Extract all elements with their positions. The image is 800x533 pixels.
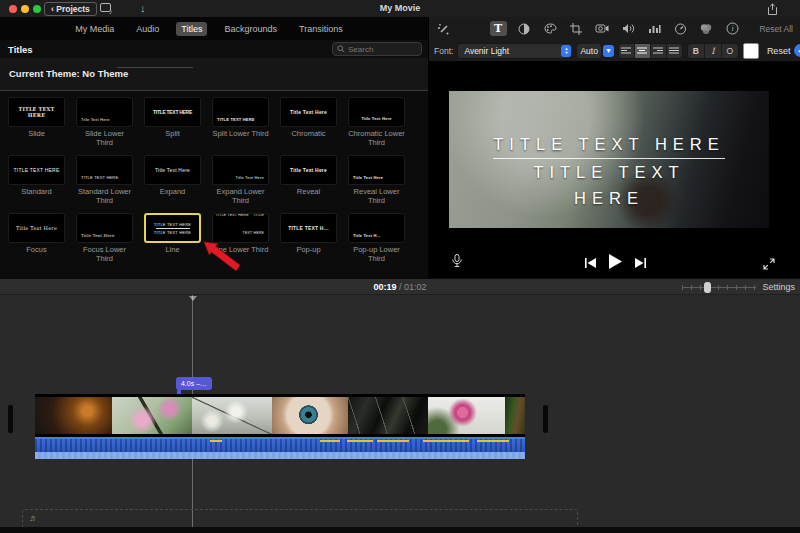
panel-title: Titles (8, 44, 33, 55)
title-style-chromatic-lower-third[interactable]: Title Text Here Chromatic Lower Third (348, 97, 405, 153)
background-music-well[interactable]: ♬ (22, 509, 578, 528)
titles-grid: TITLE TEXT HERE Slide Title Text Here Sl… (8, 97, 420, 269)
palette-icon[interactable] (542, 21, 559, 36)
tab-my-media[interactable]: My Media (70, 22, 119, 36)
title-thumbnail[interactable]: TITLE TEXT HERE (8, 155, 65, 185)
title-style-focus[interactable]: Title Text Here Focus (8, 213, 65, 269)
title-thumbnail[interactable]: Title Text Here (280, 97, 337, 127)
reset-button[interactable]: Reset (767, 46, 791, 56)
apply-check-icon[interactable]: ✓ (794, 44, 800, 57)
zoom-slider-handle[interactable] (704, 282, 711, 293)
search-placeholder: Search (348, 45, 373, 54)
tab-titles[interactable]: Titles (176, 22, 207, 36)
outline-button[interactable]: O (722, 44, 738, 58)
timeline-settings-button[interactable]: Settings (762, 282, 795, 292)
align-right-button[interactable] (651, 44, 667, 58)
transport-controls (429, 248, 800, 278)
video-frame[interactable]: TITLE TEXT HERE TITLE TEXT HERE (449, 91, 769, 228)
window-bottom-edge (0, 527, 800, 533)
stabilization-icon[interactable] (594, 21, 611, 36)
reset-all-button[interactable]: Reset All (759, 24, 793, 34)
title-style-standard-lower-third[interactable]: TITLE TEXT HERE Standard Lower Third (76, 155, 133, 211)
title-thumbnail[interactable]: Title Text Here (348, 97, 405, 127)
font-family-dropdown[interactable]: Avenir Light ▲▼ (457, 43, 573, 59)
title-thumbnail[interactable]: Title Text Here (8, 213, 65, 243)
crop-icon[interactable] (568, 21, 585, 36)
title-style-split-lower-third[interactable]: TITLE TEXT HERE Split Lower Third (212, 97, 269, 153)
trim-handle-right[interactable] (543, 405, 548, 433)
title-style-chromatic[interactable]: Title Text Here Chromatic (280, 97, 337, 153)
title-thumbnail[interactable]: TITLE TEXT HERE (212, 97, 269, 127)
font-size-chevron-icon[interactable]: ▼ (603, 45, 614, 57)
align-left-button[interactable] (619, 44, 635, 58)
title-style-popup-lower-third[interactable]: Title Text H… Pop-up Lower Third (348, 213, 405, 269)
imovie-window: ‹ Projects ♪ ↓ My Movie My Media Audio T… (0, 0, 800, 533)
clip-thumbnail (192, 397, 272, 434)
playhead-marker-icon[interactable] (189, 296, 197, 301)
title-thumbnail[interactable]: Title Text H… (348, 213, 405, 243)
current-theme-bar: Current Theme: No Theme (0, 58, 428, 91)
title-style-reveal-lower-third[interactable]: Title Text Here Reveal Lower Third (348, 155, 405, 211)
clip-thumbnail (505, 397, 525, 434)
title-style-split[interactable]: TITLE TEXT HERE Split (144, 97, 201, 153)
title-thumbnail[interactable]: Title Text Here (76, 213, 133, 243)
italic-button[interactable]: I (705, 44, 722, 58)
title-thumbnail[interactable]: TITLE TEXT HERE (144, 97, 201, 127)
title-clip[interactable]: 4.0s –… (176, 377, 212, 390)
noise-reduction-icon[interactable] (646, 21, 663, 36)
title-style-focus-lower-third[interactable]: Title Text Here Focus Lower Third (76, 213, 133, 269)
info-icon[interactable]: i (724, 21, 741, 36)
fullscreen-icon[interactable] (763, 256, 775, 274)
speed-icon[interactable] (672, 21, 689, 36)
title-thumbnail[interactable]: TITLE TEXT H… (280, 213, 337, 243)
title-style-slide-lower-third[interactable]: Title Text Here Slide Lower Third (76, 97, 133, 153)
tab-backgrounds[interactable]: Backgrounds (219, 22, 282, 36)
video-clip-filmstrip[interactable] (35, 394, 525, 437)
color-correction-icon[interactable] (698, 21, 715, 36)
skip-back-button[interactable] (585, 254, 597, 272)
title-thumbnail[interactable]: Title Text Here (76, 97, 133, 127)
title-style-line-lower-third[interactable]: TITLE TEXT HERE TITLE TEXT HERE Line Low… (212, 213, 269, 269)
share-icon[interactable] (767, 3, 778, 18)
titlebar: ‹ Projects ♪ ↓ My Movie (0, 0, 800, 18)
title-style-expand-lower-third[interactable]: Title Text Here Expand Lower Third (212, 155, 269, 211)
trim-handle-left[interactable] (8, 405, 13, 433)
title-text-overlay[interactable]: TITLE TEXT HERE TITLE TEXT HERE (449, 131, 769, 211)
music-note-icon: ♬ (29, 513, 38, 524)
font-stepper-icon[interactable]: ▲▼ (561, 45, 571, 57)
tab-transitions[interactable]: Transitions (294, 22, 348, 36)
title-thumbnail[interactable]: Title Text Here (280, 155, 337, 185)
align-justify-button[interactable] (667, 44, 682, 58)
title-style-popup[interactable]: TITLE TEXT H… Pop-up (280, 213, 337, 269)
title-style-line-selected[interactable]: TITLE TEXT HERE TITLE TEXT HERE Line (144, 213, 201, 269)
volume-icon[interactable] (620, 21, 637, 36)
play-button[interactable] (609, 254, 622, 273)
clip-thumbnail (348, 397, 428, 434)
title-thumbnail[interactable]: Title Text Here (144, 155, 201, 185)
title-style-standard[interactable]: TITLE TEXT HERE Standard (8, 155, 65, 211)
titles-panel-header: Titles Search (0, 40, 428, 59)
text-settings-icon[interactable]: T (490, 21, 507, 36)
timeline[interactable]: 4.0s –… ♬ (0, 295, 800, 533)
title-style-slide[interactable]: TITLE TEXT HERE Slide (8, 97, 65, 153)
text-color-swatch[interactable] (743, 43, 759, 59)
font-size-value[interactable]: Auto (577, 44, 601, 58)
title-thumbnail[interactable]: TITLE TEXT HERE (8, 97, 65, 127)
title-thumbnail-highlighted[interactable]: TITLE TEXT HERE TITLE TEXT HERE (144, 213, 201, 243)
timeline-zoom-slider[interactable] (682, 284, 756, 291)
title-style-expand[interactable]: Title Text Here Expand (144, 155, 201, 211)
title-thumbnail[interactable]: TITLE TEXT HERE (76, 155, 133, 185)
title-thumbnail[interactable]: TITLE TEXT HERE TITLE TEXT HERE (212, 213, 269, 243)
align-center-button[interactable] (635, 44, 651, 58)
tab-audio[interactable]: Audio (131, 22, 164, 36)
title-style-reveal[interactable]: Title Text Here Reveal (280, 155, 337, 211)
skip-forward-button[interactable] (634, 254, 646, 272)
search-icon (337, 45, 345, 53)
color-filter-icon[interactable] (516, 21, 533, 36)
bold-button[interactable]: B (688, 44, 705, 58)
title-thumbnail[interactable]: Title Text Here (348, 155, 405, 185)
audio-waveform[interactable] (35, 437, 525, 452)
search-input[interactable]: Search (332, 42, 422, 56)
audio-track-bar[interactable] (35, 452, 525, 459)
title-thumbnail[interactable]: Title Text Here (212, 155, 269, 185)
